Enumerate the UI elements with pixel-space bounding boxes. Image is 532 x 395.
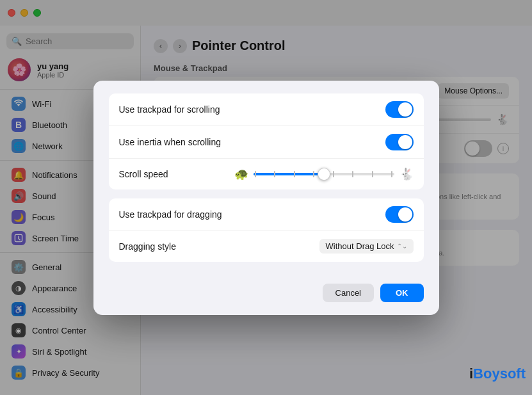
scrolling-toggle[interactable] [385,101,414,118]
dragging-style-chevron: ⌃⌄ [397,243,407,250]
inertia-toggle[interactable] [385,134,414,150]
scroll-speed-label: Scroll speed [119,169,168,179]
scroll-speed-slider-container: 🐢 [234,167,414,181]
ok-button[interactable]: OK [380,284,424,302]
scrolling-label: Use trackpad for scrolling [119,104,220,115]
scroll-speed-thumb[interactable] [318,168,330,181]
modal-buttons: Cancel OK [93,284,439,315]
modal-row-dragging-style: Dragging style Without Drag Lock ⌃⌄ [109,231,424,262]
inertia-label: Use inertia when scrolling [119,137,222,147]
dragging-toggle[interactable] [385,206,414,223]
modal-row-scrolling: Use trackpad for scrolling [109,93,424,126]
cancel-button[interactable]: Cancel [323,284,374,302]
dragging-style-label: Dragging style [119,241,177,252]
dragging-style-value: Without Drag Lock [326,241,394,251]
trackpad-modal: Use trackpad for scrolling Use inertia w… [93,81,439,315]
modal-row-inertia: Use inertia when scrolling [109,126,424,159]
modal-row-dragging: Use trackpad for dragging [109,198,424,231]
scroll-speed-fast-icon: 🐇 [399,167,414,181]
modal-content: Use trackpad for scrolling Use inertia w… [93,81,439,284]
modal-scrolling-section: Use trackpad for scrolling Use inertia w… [109,93,424,189]
scroll-speed-slow-icon: 🐢 [234,167,248,181]
scroll-speed-slider[interactable] [254,173,394,175]
watermark: iBoysoft [469,366,526,382]
dragging-label: Use trackpad for dragging [119,209,222,220]
modal-overlay: Use trackpad for scrolling Use inertia w… [0,0,532,395]
modal-dragging-section: Use trackpad for dragging Dragging style… [109,198,424,262]
watermark-suffix: Boysoft [473,366,526,382]
modal-row-scroll-speed: Scroll speed 🐢 [109,159,424,189]
dragging-style-select[interactable]: Without Drag Lock ⌃⌄ [319,239,414,254]
